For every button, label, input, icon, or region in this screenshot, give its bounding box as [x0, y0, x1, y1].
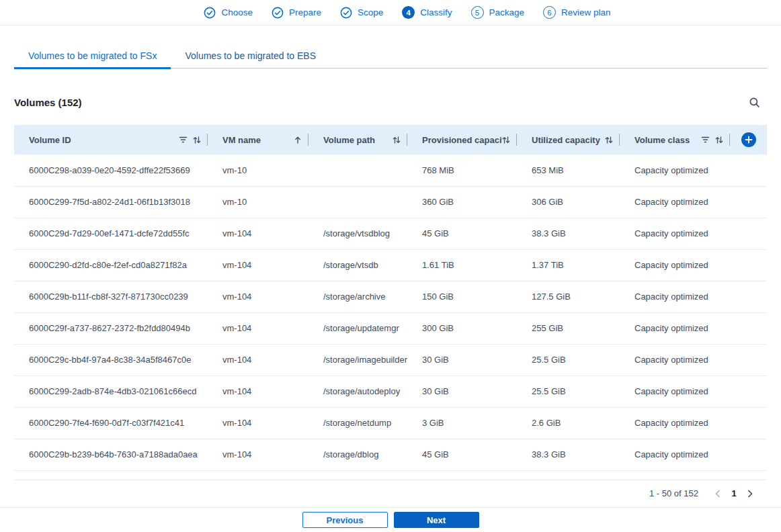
step-classify[interactable]: 4 Classify	[402, 6, 452, 19]
cell-vm-name: vm-10	[208, 154, 309, 186]
cell-volume-id: 6000C29b-b11f-cb8f-327f-871730cc0239	[14, 281, 208, 312]
check-circle-icon	[272, 7, 284, 19]
cell-volume-path: /storage/vtsdb	[309, 249, 407, 281]
cell-volume-id: 6000C299-7f5d-a802-24d1-06f1b13f3018	[14, 186, 208, 218]
column-header-utilized-capacity[interactable]: Utilized capacity	[517, 125, 620, 154]
column-label: Utilized capacity	[532, 135, 605, 145]
step-package[interactable]: 5 Package	[471, 6, 525, 19]
sort-asc-icon[interactable]	[294, 136, 302, 144]
next-button[interactable]: Next	[394, 512, 479, 528]
step-label: Classify	[420, 7, 452, 17]
column-header-volume-class[interactable]: Volume class	[620, 125, 730, 154]
cell-provisioned-capacity: 768 MiB	[407, 154, 517, 186]
cell-volume-path: /storage/dblog	[309, 439, 407, 470]
column-header-add	[730, 125, 767, 154]
cell-spacer	[730, 249, 767, 281]
volumes-title: Volumes (152)	[14, 97, 82, 108]
cell-utilized-capacity: 2.6 GiB	[517, 407, 620, 439]
cell-volume-id: 6000C290-7fe4-f690-0d7f-c03f7f421c41	[14, 407, 208, 439]
cell-utilized-capacity: 25.5 GiB	[517, 375, 620, 407]
cell-utilized-capacity: 38.3 GiB	[517, 439, 620, 470]
cell-volume-id: 6000C29d-7d29-00ef-1471-dcfe72dd55fc	[14, 218, 208, 249]
pagination-range: 1 - 50 of 152	[649, 488, 698, 498]
tab-volumes-ebs[interactable]: Volumes to be migrated to EBS	[171, 43, 330, 68]
step-prepare[interactable]: Prepare	[272, 7, 321, 19]
cell-volume-class: Capacity optimized	[620, 375, 730, 407]
filter-icon[interactable]	[179, 136, 188, 144]
add-column-button[interactable]	[741, 132, 756, 147]
cell-volume-path: /storage/netdump	[309, 407, 407, 439]
volumes-table-body: 6000C298-a039-0e20-4592-dffe22f53669vm-1…	[14, 154, 767, 470]
cell-provisioned-capacity: 360 GiB	[407, 186, 517, 218]
column-header-volume-path[interactable]: Volume path	[309, 125, 407, 154]
cell-spacer	[730, 375, 767, 407]
sort-icon[interactable]	[715, 136, 723, 144]
step-review-plan[interactable]: 6 Review plan	[543, 6, 611, 19]
pagination-page-1[interactable]: 1	[727, 488, 741, 498]
cell-volume-id: 6000C29c-bb4f-97a4-8c38-34a5f8467c0e	[14, 344, 208, 375]
search-icon[interactable]	[747, 95, 762, 109]
step-choose[interactable]: Choose	[204, 7, 253, 19]
cell-utilized-capacity: 38.3 GiB	[517, 218, 620, 249]
step-number-badge: 6	[543, 6, 556, 19]
add-icon	[745, 136, 753, 144]
table-row: 6000C29c-bb4f-97a4-8c38-34a5f8467c0evm-1…	[14, 344, 767, 375]
cell-volume-path: /storage/autodeploy	[309, 375, 407, 407]
sort-icon[interactable]	[393, 136, 401, 144]
sort-icon[interactable]	[605, 136, 613, 144]
tab-bar: Volumes to be migrated to FSx Volumes to…	[14, 43, 767, 69]
table-row: 6000C290-7fe4-f690-0d7f-c03f7f421c41vm-1…	[14, 407, 767, 439]
cell-spacer	[730, 407, 767, 439]
cell-utilized-capacity: 127.5 GiB	[517, 281, 620, 312]
table-row: 6000C299-7f5d-a802-24d1-06f1b13f3018vm-1…	[14, 186, 767, 218]
previous-button[interactable]: Previous	[302, 512, 388, 528]
chevron-right-icon[interactable]	[741, 485, 759, 502]
column-header-vm-name[interactable]: VM name	[208, 125, 309, 154]
cell-vm-name: vm-104	[208, 218, 309, 249]
column-label: Volume path	[323, 135, 393, 145]
cell-spacer	[730, 154, 767, 186]
cell-spacer	[730, 312, 767, 344]
sort-icon[interactable]	[502, 136, 510, 144]
column-header-provisioned-capacity[interactable]: Provisioned capacity	[407, 125, 517, 154]
step-label: Review plan	[561, 7, 611, 17]
cell-volume-id: 6000C29b-b239-b64b-7630-a7188ada0aea	[14, 439, 208, 470]
cell-provisioned-capacity: 45 GiB	[407, 218, 517, 249]
cell-volume-id: 6000C290-d2fd-c80e-f2ef-cd0a8271f82a	[14, 249, 208, 281]
cell-volume-path	[309, 154, 407, 186]
step-number-badge: 5	[471, 6, 484, 19]
step-label: Scope	[358, 7, 383, 17]
cell-volume-class: Capacity optimized	[620, 312, 730, 344]
cell-volume-path	[309, 186, 407, 218]
cell-provisioned-capacity: 300 GiB	[407, 312, 517, 344]
cell-volume-class: Capacity optimized	[620, 281, 730, 312]
cell-provisioned-capacity: 30 GiB	[407, 375, 517, 407]
table-row: 6000C299-2adb-874e-4db3-021061c66ecdvm-1…	[14, 375, 767, 407]
cell-vm-name: vm-104	[208, 439, 309, 470]
cell-volume-class: Capacity optimized	[620, 154, 730, 186]
column-label: VM name	[222, 135, 294, 145]
step-number-badge: 4	[402, 6, 415, 19]
sort-icon[interactable]	[193, 136, 201, 144]
step-label: Package	[489, 7, 525, 17]
table-row: 6000C290-d2fd-c80e-f2ef-cd0a8271f82avm-1…	[14, 249, 767, 281]
stepper-steps: Choose Prepare Scope 4 Classify 5	[204, 6, 610, 19]
cell-volume-path: /storage/imagebuilder	[309, 344, 407, 375]
page: Choose Prepare Scope 4 Classify 5	[0, 0, 781, 532]
column-header-volume-id[interactable]: Volume ID	[14, 125, 208, 154]
cell-spacer	[730, 186, 767, 218]
cell-utilized-capacity: 25.5 GiB	[517, 344, 620, 375]
chevron-left-icon[interactable]	[709, 485, 727, 502]
cell-volume-id: 6000C299-2adb-874e-4db3-021061c66ecd	[14, 375, 208, 407]
cell-provisioned-capacity: 45 GiB	[407, 439, 517, 470]
volumes-panel-header: Volumes (152)	[14, 94, 767, 110]
cell-volume-id: 6000C298-a039-0e20-4592-dffe22f53669	[14, 154, 208, 186]
cell-vm-name: vm-10	[208, 186, 309, 218]
table-footer-strip	[14, 471, 767, 480]
step-scope[interactable]: Scope	[340, 7, 383, 19]
column-label: Provisioned capacity	[422, 135, 502, 145]
wizard-stepper: Choose Prepare Scope 4 Classify 5	[0, 0, 781, 26]
cell-spacer	[730, 281, 767, 312]
filter-icon[interactable]	[701, 136, 710, 144]
tab-volumes-fsx[interactable]: Volumes to be migrated to FSx	[14, 43, 171, 68]
